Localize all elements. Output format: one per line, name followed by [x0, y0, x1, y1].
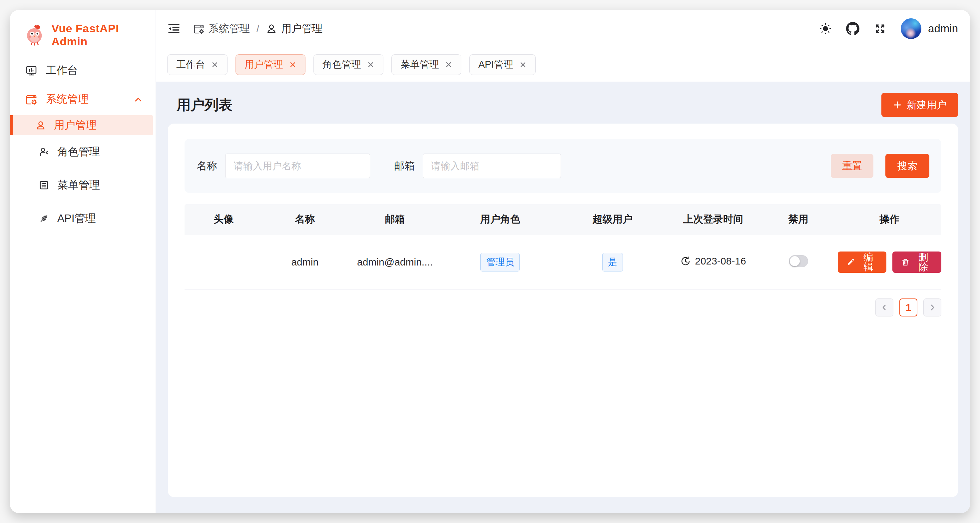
trash-icon	[901, 258, 910, 267]
role-cell: 管理员	[443, 235, 558, 289]
pagination: 1	[185, 299, 941, 316]
close-icon[interactable]	[445, 61, 452, 68]
sidebar-item-label: 系统管理	[46, 92, 89, 107]
superuser-cell: 是	[558, 235, 667, 289]
screen: Vue FastAPI Admin 工作台	[0, 0, 980, 523]
lastlogin-cell: 2023-08-16	[668, 235, 759, 289]
new-user-button-label: 新建用户	[907, 100, 947, 110]
role-user-icon	[39, 146, 49, 157]
pagination-next-button[interactable]	[923, 299, 941, 316]
filter-bar: 名称 邮箱 重置 搜索	[185, 139, 941, 193]
close-icon[interactable]	[211, 61, 218, 68]
app-title: Vue FastAPI Admin	[52, 22, 156, 48]
page-header: 用户列表 新建用户	[168, 89, 958, 121]
tab-workbench[interactable]: 工作台	[167, 54, 228, 75]
user-icon	[266, 23, 277, 34]
sidebar-item-workbench[interactable]: 工作台	[13, 60, 152, 81]
tab-label: 工作台	[176, 58, 205, 71]
actions-cell: 编辑 删除	[838, 235, 941, 289]
avatar[interactable]	[901, 18, 921, 39]
fullscreen-icon[interactable]	[873, 22, 887, 35]
toggle-knob	[790, 256, 800, 266]
system-window-gear-icon	[25, 93, 37, 105]
app-window: Vue FastAPI Admin 工作台	[10, 10, 970, 513]
column-header-role: 用户角色	[443, 204, 558, 235]
email-filter-input[interactable]	[423, 154, 561, 178]
tab-api[interactable]: API管理	[469, 54, 536, 75]
main-area: 系统管理 / 用户管理	[156, 10, 970, 513]
api-plug-icon	[39, 213, 49, 224]
sidebar-collapse-icon[interactable]	[167, 21, 181, 36]
chick-mascot-icon	[24, 24, 46, 46]
plus-icon	[893, 100, 902, 110]
sidebar-item-roles[interactable]: 角色管理	[13, 142, 152, 162]
sidebar-item-system[interactable]: 系统管理	[13, 89, 152, 109]
reset-button[interactable]: 重置	[831, 154, 873, 178]
pagination-prev-button[interactable]	[875, 299, 893, 316]
search-button[interactable]: 搜索	[885, 154, 929, 178]
tab-users[interactable]: 用户管理	[235, 54, 305, 75]
delete-button-label: 删除	[914, 253, 933, 272]
close-icon[interactable]	[289, 61, 296, 68]
lastlogin-value: 2023-08-16	[695, 256, 746, 267]
close-icon[interactable]	[519, 61, 527, 68]
chevron-up-icon	[134, 95, 143, 104]
column-header-name: 名称	[262, 204, 347, 235]
edit-button-label: 编辑	[859, 253, 878, 272]
pencil-icon	[846, 258, 855, 267]
pagination-page-1[interactable]: 1	[899, 299, 917, 316]
sidebar-item-label: 菜单管理	[57, 178, 100, 192]
chevron-right-icon	[928, 304, 936, 312]
column-header-avatar: 头像	[185, 204, 262, 235]
breadcrumb-label: 系统管理	[208, 22, 250, 36]
edit-button[interactable]: 编辑	[838, 251, 887, 273]
github-icon[interactable]	[846, 22, 859, 35]
menu-list-icon	[39, 180, 49, 191]
user-menu[interactable]: admin	[901, 18, 958, 39]
table-header-row: 头像 名称 邮箱 用户角色 超级用户 上次登录时间 禁用 操作	[185, 204, 941, 235]
history-clock-icon	[680, 256, 691, 267]
column-header-email: 邮箱	[347, 204, 442, 235]
column-header-disabled: 禁用	[759, 204, 837, 235]
tab-label: API管理	[478, 58, 513, 71]
system-window-gear-icon	[193, 23, 205, 34]
tab-roles[interactable]: 角色管理	[313, 54, 383, 75]
breadcrumb-item-users[interactable]: 用户管理	[266, 22, 323, 36]
sidebar-menu: 工作台 系统管理	[10, 60, 156, 242]
sidebar-item-label: API管理	[57, 211, 96, 226]
breadcrumb-item-system[interactable]: 系统管理	[193, 22, 250, 36]
disabled-toggle[interactable]	[789, 255, 808, 267]
username-label: admin	[928, 22, 958, 35]
delete-button[interactable]: 删除	[892, 251, 941, 273]
breadcrumb: 系统管理 / 用户管理	[193, 22, 323, 36]
reset-button-label: 重置	[842, 161, 862, 171]
breadcrumb-separator: /	[256, 23, 259, 34]
tab-label: 角色管理	[323, 58, 361, 71]
name-filter-label: 名称	[197, 159, 217, 173]
avatar-cell	[185, 235, 262, 289]
tab-menus[interactable]: 菜单管理	[391, 54, 461, 75]
app-logo[interactable]: Vue FastAPI Admin	[10, 10, 156, 49]
disabled-cell	[759, 235, 837, 289]
close-icon[interactable]	[367, 61, 374, 68]
name-filter-input[interactable]	[225, 154, 370, 178]
tab-label: 用户管理	[245, 58, 283, 71]
page-title: 用户列表	[177, 95, 232, 114]
new-user-button[interactable]: 新建用户	[881, 93, 958, 117]
user-icon	[35, 120, 46, 130]
email-cell: admin@admin....	[347, 235, 442, 289]
theme-sun-icon[interactable]	[819, 22, 832, 35]
name-cell: admin	[262, 235, 347, 289]
sidebar-item-label: 工作台	[46, 63, 78, 78]
role-tag: 管理员	[480, 253, 520, 272]
superuser-tag: 是	[602, 253, 623, 272]
column-header-superuser: 超级用户	[558, 204, 667, 235]
breadcrumb-label: 用户管理	[281, 22, 323, 36]
sidebar-item-menus[interactable]: 菜单管理	[13, 175, 152, 195]
tab-label: 菜单管理	[400, 58, 439, 71]
sidebar-item-api[interactable]: API管理	[13, 208, 152, 229]
sidebar-item-label: 用户管理	[54, 118, 97, 133]
table-row: admin admin@admin.... 管理员 是	[185, 235, 941, 289]
sidebar: Vue FastAPI Admin 工作台	[10, 10, 156, 513]
sidebar-item-users[interactable]: 用户管理	[10, 115, 153, 135]
